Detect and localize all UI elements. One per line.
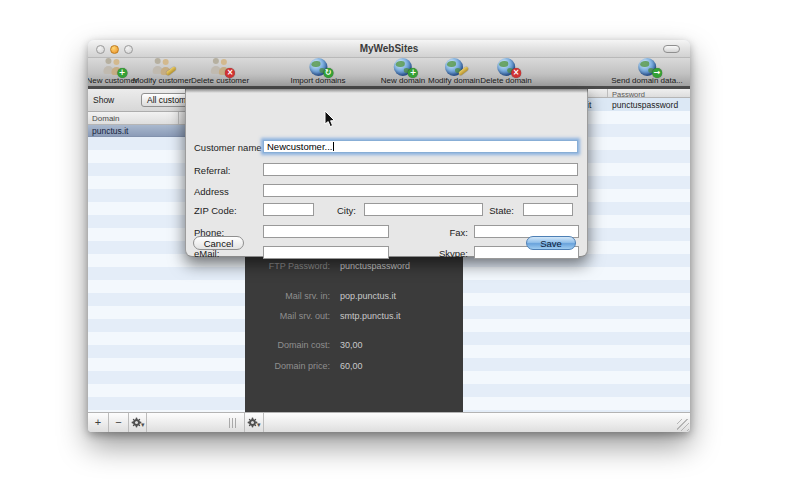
detail-label: Mail srv. in: (245, 291, 330, 301)
action-menu-button[interactable]: ▾ (129, 413, 147, 432)
show-label: Show (93, 95, 114, 105)
gear-icon (133, 419, 140, 426)
toolbar-item-label: Send domain data... (611, 76, 683, 85)
window-title: MyWebSites (88, 43, 690, 54)
toolbar-toggle-button[interactable] (663, 45, 680, 53)
title-bar: MyWebSites (88, 40, 690, 58)
toolbar-item-send-domain-data[interactable]: →Send domain data... (611, 58, 683, 85)
app-window: MyWebSites +New customerModify customer×… (88, 40, 690, 432)
toolbar-item-label: Delete customer (191, 76, 249, 85)
toolbar-item-label: Modify customer (133, 76, 192, 85)
send-badge-icon: → (652, 68, 662, 78)
detail-label: Mail srv. out: (245, 311, 330, 321)
detail-value: 60,00 (340, 361, 363, 371)
people-edit-icon (150, 58, 174, 76)
detail-row: Domain cost:30,00 (245, 340, 463, 350)
cross-badge-icon: × (511, 68, 521, 78)
chevron-down-icon: ▾ (141, 416, 145, 432)
toolbar-item-import-domains[interactable]: ↻Import domains (290, 58, 345, 85)
toolbar-item-new-domain[interactable]: +New domain (381, 58, 425, 85)
desktop: { "window": { "title": "MyWebSites" }, "… (0, 0, 800, 500)
toolbar-item-delete-customer[interactable]: ×Delete customer (191, 58, 249, 85)
detail-value: pop.punctus.it (340, 291, 396, 301)
globe-delete-icon: × (494, 58, 518, 76)
detail-row: Mail srv. out:smtp.punctus.it (245, 311, 463, 321)
plus-badge-icon: + (117, 68, 127, 78)
text-caret (333, 142, 334, 151)
toolbar: +New customerModify customer×Delete cust… (88, 58, 690, 86)
detail-value: 30,00 (340, 340, 363, 350)
detail-value: smtp.punctus.it (340, 311, 401, 321)
state-input[interactable] (523, 203, 573, 216)
column-divider[interactable] (607, 89, 608, 97)
fax-label: Fax: (428, 227, 468, 238)
remove-button[interactable]: − (109, 413, 129, 432)
import-badge-icon: ↻ (323, 68, 333, 78)
detail-row: Mail srv. in:pop.punctus.it (245, 291, 463, 301)
toolbar-item-delete-domain[interactable]: ×Delete domain (480, 58, 532, 85)
address-label: Address (194, 186, 229, 197)
people-add-icon: + (100, 58, 124, 76)
toolbar-item-modify-customer[interactable]: Modify customer (133, 58, 192, 85)
new-customer-dialog: Customer name Newcustomer... Referral: A… (185, 89, 588, 257)
footer-spacer (147, 413, 245, 432)
toolbar-item-modify-domain[interactable]: Modify domain (428, 58, 480, 85)
referral-label: Referral: (194, 165, 230, 176)
gear-icon (249, 419, 256, 426)
footer-bar: + − ▾ ▾ (88, 412, 690, 432)
action-menu-button-2[interactable]: ▾ (245, 413, 264, 432)
toolbar-item-label: Modify domain (428, 76, 480, 85)
detail-value: punctuspassword (340, 261, 410, 271)
zip-input[interactable] (263, 203, 314, 216)
column-divider[interactable] (178, 112, 179, 124)
toolbar-item-label: Delete domain (480, 76, 532, 85)
state-label: State: (473, 205, 514, 216)
detail-row: Domain price:60,00 (245, 361, 463, 371)
globe-send-icon: → (635, 58, 659, 76)
mouse-cursor (324, 111, 336, 129)
customer-name-input[interactable]: Newcustomer... (263, 140, 578, 153)
toolbar-item-label: Import domains (290, 76, 345, 85)
toolbar-item-label: New customer (88, 76, 138, 85)
chevron-down-icon: ▾ (257, 416, 261, 432)
skype-label: Skype: (428, 248, 468, 259)
splitter-handle-icon[interactable] (229, 418, 238, 428)
email-input[interactable] (263, 246, 389, 259)
detail-label: FTP Password: (245, 261, 330, 271)
globe-edit-icon (442, 58, 466, 76)
resize-grip[interactable] (677, 419, 689, 431)
phone-input[interactable] (263, 225, 389, 238)
city-input[interactable] (364, 203, 483, 216)
cancel-button[interactable]: Cancel (193, 236, 244, 250)
detail-row: FTP Password:punctuspassword (245, 261, 463, 271)
referral-input[interactable] (263, 163, 578, 176)
globe-import-icon: ↻ (306, 58, 330, 76)
add-button[interactable]: + (88, 413, 109, 432)
globe-add-icon: + (391, 58, 415, 76)
detail-label: Domain price: (245, 361, 330, 371)
toolbar-item-new-customer[interactable]: +New customer (88, 58, 138, 85)
detail-label: Domain cost: (245, 340, 330, 350)
city-label: City: (316, 205, 356, 216)
people-delete-icon: × (208, 58, 232, 76)
zip-label: ZIP Code: (194, 205, 237, 216)
save-button[interactable]: Save (526, 236, 576, 250)
customer-name-label: Customer name (194, 142, 262, 153)
address-input[interactable] (263, 184, 578, 197)
toolbar-item-label: New domain (381, 76, 425, 85)
